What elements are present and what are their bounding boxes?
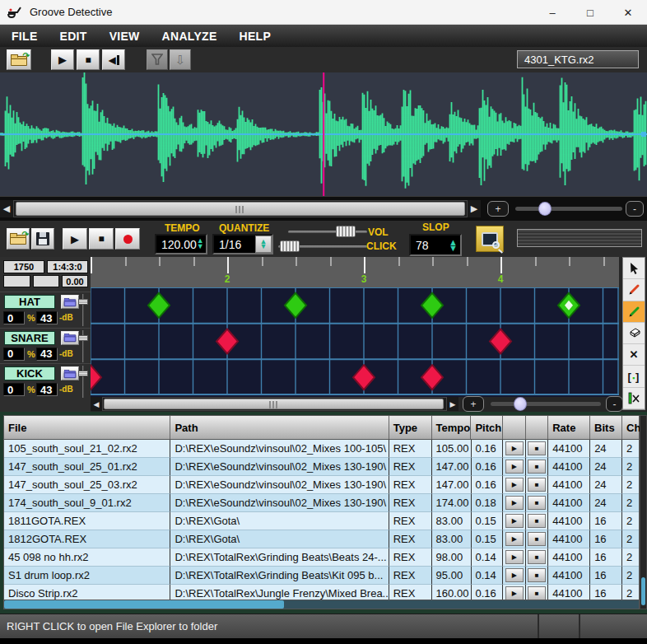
grid-zoom-slider-thumb[interactable] <box>514 397 527 411</box>
column-header-btn5[interactable] <box>503 416 526 439</box>
cell-ch[interactable]: 2 <box>622 530 639 548</box>
table-row[interactable]: 105_south_soul_21_02.rx2 D:\REX\eSoundz\… <box>4 440 639 458</box>
click-slider[interactable] <box>278 245 367 248</box>
row-play-button[interactable]: ▶ <box>505 496 524 510</box>
table-h-scroll-thumb[interactable] <box>4 600 284 609</box>
row-play-button[interactable]: ▶ <box>505 532 524 546</box>
cell-pitch[interactable]: 0.15 <box>472 530 504 548</box>
maximize-button[interactable]: □ <box>571 0 609 25</box>
wave-zoom-slider[interactable] <box>515 207 622 211</box>
track-load-button[interactable] <box>61 366 79 380</box>
grid-ruler[interactable]: 234 <box>91 257 619 287</box>
cell-ch[interactable]: 2 <box>622 567 639 585</box>
eraser-tool[interactable] <box>623 323 645 344</box>
pointer-tool[interactable] <box>623 258 645 279</box>
row-stop-button[interactable]: ■ <box>528 514 546 528</box>
cell-file[interactable]: 1812GOTA.REX <box>4 530 170 548</box>
cell-file[interactable]: 174_south_soul_9_01.rx2 <box>4 494 170 512</box>
track-fader-thumb[interactable] <box>78 335 88 341</box>
delete-tool[interactable]: ✕ <box>623 344 645 366</box>
quantize-spinner[interactable]: ▲▼ <box>255 236 272 253</box>
column-header-ch[interactable]: Ch <box>622 416 639 439</box>
track-vol-value[interactable]: 43 <box>36 383 58 396</box>
column-header-pitch[interactable]: Pitch <box>471 416 503 439</box>
row-play-button[interactable]: ▶ <box>505 568 524 582</box>
row-stop-button[interactable]: ■ <box>528 550 546 564</box>
track-fader-thumb[interactable] <box>78 371 88 376</box>
cell-file[interactable]: 1811GOTA.REX <box>4 512 170 530</box>
row-play-button[interactable]: ▶ <box>505 550 524 564</box>
cell-file[interactable]: S1 drum loop.rx2 <box>4 567 170 585</box>
row-play-button[interactable]: ▶ <box>505 441 524 455</box>
cell-tempo[interactable]: 174.00 <box>432 494 472 512</box>
track-fader[interactable] <box>78 294 88 326</box>
cell-rate[interactable]: 44100 <box>548 494 590 512</box>
table-h-scrollbar[interactable] <box>3 600 640 609</box>
grid-zoom-slider[interactable] <box>491 402 601 406</box>
track-pan-value[interactable]: 0 <box>3 311 25 324</box>
wave-play-button[interactable]: ▶ <box>51 49 74 70</box>
filter-button[interactable] <box>147 49 168 70</box>
menu-edit[interactable]: EDIT <box>60 30 87 43</box>
cell-rate[interactable]: 44100 <box>548 530 590 548</box>
cell-tempo[interactable]: 147.00 <box>432 476 472 494</box>
wave-scroll-right-arrow[interactable]: ▶ <box>468 200 481 217</box>
centerline-handle[interactable] <box>641 132 646 137</box>
wave-stop-button[interactable]: ■ <box>77 49 100 70</box>
row-stop-button[interactable]: ■ <box>528 532 546 546</box>
cell-bits[interactable]: 16 <box>590 548 622 567</box>
cell-ch[interactable]: 2 <box>622 548 639 567</box>
cell-bits[interactable]: 16 <box>590 567 622 585</box>
note-grid[interactable] <box>91 287 619 397</box>
table-row[interactable]: 45 098 no hh.rx2 D:\REX\TotalRex\Grindin… <box>4 548 639 567</box>
cell-pitch[interactable]: 0.14 <box>472 548 504 567</box>
cell-bits[interactable]: 16 <box>590 512 622 530</box>
groove-open-button[interactable]: ↷ <box>7 228 30 250</box>
cell-rate[interactable]: 44100 <box>548 548 590 567</box>
vol-slider-thumb[interactable] <box>336 226 356 237</box>
track-fader[interactable] <box>78 366 88 398</box>
close-button[interactable]: ✕ <box>609 0 647 25</box>
row-stop-button[interactable]: ■ <box>528 478 546 492</box>
row-play-button[interactable]: ▶ <box>505 460 524 474</box>
playhead[interactable] <box>323 72 324 196</box>
cell-type[interactable]: REX <box>389 440 432 458</box>
wave-zoom-in-button[interactable]: + <box>487 201 509 217</box>
column-header-rate[interactable]: Rate <box>548 416 590 439</box>
track-load-button[interactable] <box>61 295 79 309</box>
cell-bits[interactable]: 24 <box>590 440 622 458</box>
grid-scroll-right-arrow[interactable]: ▶ <box>447 397 458 411</box>
cell-type[interactable]: REX <box>389 567 432 585</box>
cell-type[interactable]: REX <box>389 494 432 512</box>
cell-ch[interactable]: 2 <box>622 458 639 476</box>
open-file-button[interactable]: ↷ <box>7 49 31 70</box>
cell-bits[interactable]: 24 <box>590 458 622 476</box>
menu-view[interactable]: VIEW <box>109 30 140 43</box>
save-button[interactable] <box>31 228 54 250</box>
cell-path[interactable]: D:\REX\Gota\ <box>170 530 389 548</box>
cell-file[interactable]: 147_south_soul_25_03.rx2 <box>4 476 170 494</box>
cell-bits[interactable]: 24 <box>590 494 622 512</box>
track-name[interactable]: KICK <box>4 366 55 380</box>
table-row[interactable]: 1812GOTA.REX D:\REX\Gota\ REX 83.00 0.15… <box>4 530 639 548</box>
cell-path[interactable]: D:\REX\eSoundz\vinsoul\02_Mixes 130-190\ <box>170 458 389 476</box>
bracket-tool[interactable]: [▪] <box>623 366 645 387</box>
wave-scroll-thumb[interactable] <box>16 202 465 216</box>
wave-zoom-out-button[interactable]: - <box>626 201 644 217</box>
cell-type[interactable]: REX <box>389 476 432 494</box>
table-row[interactable]: 174_south_soul_9_01.rx2 D:\REX\eSoundz\v… <box>4 494 639 512</box>
cell-path[interactable]: D:\REX\eSoundz\vinsoul\02_Mixes 130-190\ <box>170 476 389 494</box>
cell-rate[interactable]: 44100 <box>548 458 590 476</box>
cell-file[interactable]: 45 098 no hh.rx2 <box>4 548 170 567</box>
grid-scrollbar[interactable] <box>102 397 447 411</box>
cell-bits[interactable]: 24 <box>590 476 622 494</box>
menu-help[interactable]: HELP <box>240 30 272 43</box>
cell-path[interactable]: D:\REX\eSoundz\vinsoul\02_Mixes 130-190\ <box>170 494 389 512</box>
cell-bits[interactable]: 16 <box>590 530 622 548</box>
grid-zoom-in-button[interactable]: + <box>463 396 484 412</box>
row-stop-button[interactable]: ■ <box>528 568 546 582</box>
row-stop-button[interactable]: ■ <box>528 586 546 600</box>
cell-type[interactable]: REX <box>389 512 432 530</box>
track-fader[interactable] <box>78 330 88 362</box>
table-header[interactable]: FilePathTypeTempoPitchRateBitsCh <box>3 415 640 440</box>
